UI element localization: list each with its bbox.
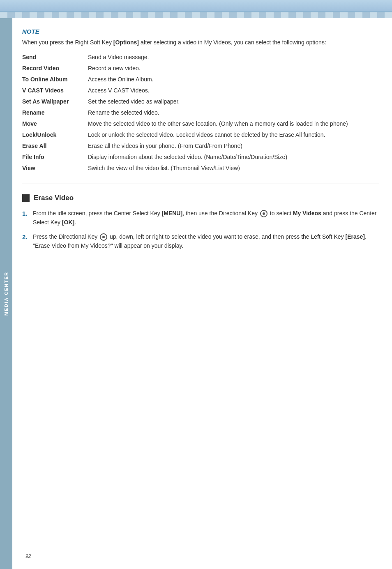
top-bar: [0, 0, 392, 12]
note-intro-text2: after selecting a video in My Videos, yo…: [139, 39, 326, 46]
term-lock-unlock: Lock/Unlock: [22, 129, 88, 141]
table-row: Send Send a Video message.: [22, 52, 379, 63]
step-1-content: From the idle screen, press the Center S…: [33, 209, 379, 227]
note-intro: When you press the Right Soft Key [Optio…: [22, 38, 379, 47]
table-row: Lock/Unlock Lock or unlock the selected …: [22, 129, 379, 141]
table-row: To Online Album Access the Online Album.: [22, 74, 379, 85]
directional-key-icon-1: [260, 210, 267, 217]
step-2-number: 2.: [22, 232, 33, 251]
note-intro-text1: When you press the Right Soft Key: [22, 39, 113, 46]
table-row: V CAST Videos Access V CAST Videos.: [22, 85, 379, 96]
term-rename: Rename: [22, 107, 88, 118]
section-title: Erase Video: [34, 194, 74, 202]
term-send: Send: [22, 52, 88, 63]
sidebar-label: MEDIA CENTER: [4, 272, 9, 316]
term-record-video: Record Video: [22, 63, 88, 74]
section-square-icon: [22, 194, 30, 202]
note-options-bold: [Options]: [113, 39, 139, 46]
page-wrapper: NOTE When you press the Right Soft Key […: [12, 18, 392, 569]
def-rename: Rename the selected video.: [88, 107, 379, 118]
table-row: Erase All Erase all the videos in your p…: [22, 141, 379, 152]
def-view: Switch the view of the video list. (Thum…: [88, 163, 379, 174]
table-row: Set As Wallpaper Set the selected video …: [22, 96, 379, 107]
step-2-content: Press the Directional Key up, down, left…: [33, 232, 379, 251]
section-divider: [22, 184, 379, 184]
step-1: 1. From the idle screen, press the Cente…: [22, 209, 379, 227]
section-header: Erase Video: [22, 194, 379, 202]
term-file-info: File Info: [22, 152, 88, 163]
term-wallpaper: Set As Wallpaper: [22, 96, 88, 107]
sidebar: MEDIA CENTER: [0, 18, 12, 569]
stripe-bar: [0, 12, 392, 18]
table-row: Record Video Record a new video.: [22, 63, 379, 74]
erase-key-bold: [Erase]: [346, 233, 365, 240]
def-vcast: Access V CAST Videos.: [88, 85, 379, 96]
term-erase-all: Erase All: [22, 141, 88, 152]
def-erase-all: Erase all the videos in your phone. (Fro…: [88, 141, 379, 152]
term-vcast: V CAST Videos: [22, 85, 88, 96]
content-area: NOTE When you press the Right Soft Key […: [12, 18, 392, 569]
def-record-video: Record a new video.: [88, 63, 379, 74]
note-section: NOTE When you press the Right Soft Key […: [22, 28, 379, 174]
note-title: NOTE: [22, 28, 379, 35]
def-move: Move the selected video to the other sav…: [88, 118, 379, 129]
table-row: File Info Display information about the …: [22, 152, 379, 163]
term-online-album: To Online Album: [22, 74, 88, 85]
page-number: 92: [25, 553, 31, 559]
table-row: Rename Rename the selected video.: [22, 107, 379, 118]
def-file-info: Display information about the selected v…: [88, 152, 379, 163]
table-row: Move Move the selected video to the othe…: [22, 118, 379, 129]
options-table: Send Send a Video message. Record Video …: [22, 52, 379, 174]
table-row: View Switch the view of the video list. …: [22, 163, 379, 174]
def-send: Send a Video message.: [88, 52, 379, 63]
directional-key-icon-2: [100, 233, 107, 241]
erase-video-section: Erase Video 1. From the idle screen, pre…: [22, 194, 379, 251]
term-view: View: [22, 163, 88, 174]
def-lock-unlock: Lock or unlock the selected video. Locke…: [88, 129, 379, 141]
steps-list: 1. From the idle screen, press the Cente…: [22, 209, 379, 251]
menu-key-bold: [MENU]: [162, 210, 183, 217]
main-layout: MEDIA CENTER NOTE When you press the Rig…: [0, 18, 392, 569]
my-videos-bold: My Videos: [293, 210, 321, 217]
term-move: Move: [22, 118, 88, 129]
def-online-album: Access the Online Album.: [88, 74, 379, 85]
ok-key-bold: [OK]: [62, 219, 74, 226]
step-1-number: 1.: [22, 209, 33, 227]
def-wallpaper: Set the selected video as wallpaper.: [88, 96, 379, 107]
step-2: 2. Press the Directional Key up, down, l…: [22, 232, 379, 251]
